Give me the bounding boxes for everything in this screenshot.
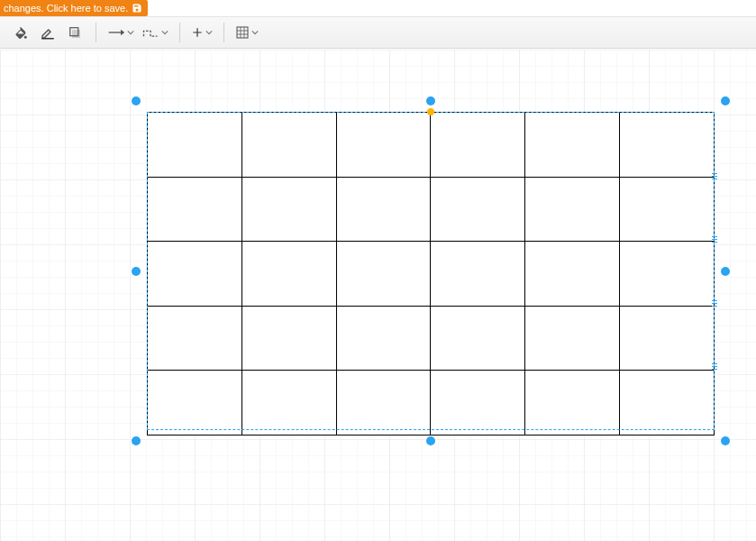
waypoint-icon <box>141 25 159 40</box>
resize-handle-nw[interactable] <box>132 96 141 105</box>
chevron-down-icon <box>251 29 259 36</box>
format-toolbar <box>0 16 756 49</box>
table-grid-icon <box>235 25 250 40</box>
drawing-canvas[interactable] <box>0 50 756 541</box>
chevron-down-icon <box>127 29 134 36</box>
svg-rect-3 <box>72 30 80 38</box>
fill-color-button[interactable] <box>9 21 32 44</box>
resize-handle-e[interactable] <box>721 267 730 276</box>
toolbar-divider <box>179 23 180 42</box>
plus-icon <box>191 26 204 39</box>
line-color-button[interactable] <box>36 21 59 44</box>
resize-handle-sw[interactable] <box>132 436 141 445</box>
unsaved-changes-text: changes. Click here to save. <box>4 0 128 16</box>
toolbar-divider <box>96 23 96 42</box>
selection-dashed-border <box>147 112 715 430</box>
shadow-button[interactable] <box>63 21 87 44</box>
arrow-right-icon <box>107 26 125 39</box>
resize-handle-n[interactable] <box>426 96 435 105</box>
svg-rect-1 <box>41 38 54 40</box>
toolbar-divider <box>223 23 224 42</box>
connection-style-button[interactable] <box>105 21 136 44</box>
svg-point-0 <box>24 36 27 39</box>
unsaved-changes-banner[interactable]: changes. Click here to save. <box>0 0 148 16</box>
resize-handle-se[interactable] <box>721 436 730 445</box>
table-options-button[interactable] <box>233 21 260 44</box>
chevron-down-icon <box>161 29 169 36</box>
rotation-handle[interactable] <box>427 108 434 115</box>
insert-button[interactable] <box>189 21 214 44</box>
svg-rect-5 <box>237 27 248 38</box>
selection-outline <box>147 112 715 430</box>
chevron-down-icon <box>205 29 213 36</box>
resize-handle-ne[interactable] <box>721 96 730 105</box>
resize-handle-s[interactable] <box>426 436 435 445</box>
save-icon <box>132 3 142 14</box>
waypoint-style-button[interactable] <box>140 21 170 44</box>
resize-handle-w[interactable] <box>132 267 141 276</box>
